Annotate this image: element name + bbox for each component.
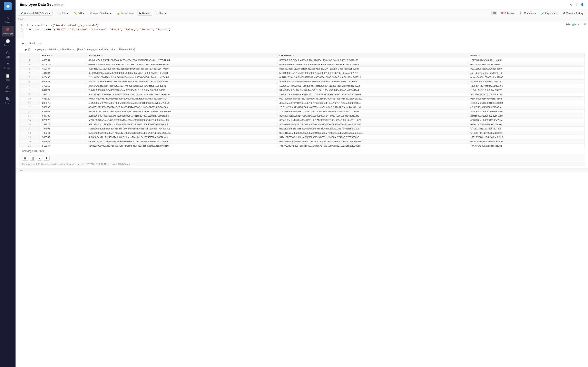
experiment-button[interactable]: 🧪 Experiment (539, 11, 560, 16)
col-header-firstname[interactable]: FirstName ⇅ (86, 53, 277, 58)
file-icon: 📄 (58, 12, 61, 15)
clusters-icon: ≡ (7, 62, 9, 67)
cmd-label-bottom: Cmd 2 (16, 168, 588, 173)
row-number: 6 (19, 80, 40, 84)
close-cell-icon[interactable]: ✕ (584, 23, 586, 26)
row-number: 14 (19, 114, 40, 118)
revision-history-button[interactable]: ↺ Revision history (561, 11, 586, 16)
data-icon: ⬡ (6, 50, 9, 55)
branch-selector[interactable]: ⎇ csne-2020-2-7-pub ▾ (18, 11, 52, 16)
workspace-icon: ▦ (6, 27, 9, 32)
table-cell: 95b64f529b6b67a971f33e34f8 (468, 97, 585, 101)
permissions-button[interactable]: 🔒 Permissions (114, 11, 136, 16)
table-cell: 968c01dac3ed02381baba450ad804bba8c8877ec… (277, 131, 468, 135)
line-number-3: 3 (17, 30, 22, 33)
notebook-title-text: Employee Data Set (20, 2, 53, 7)
notebook-title-area: Employee Data Set (Python) (20, 2, 64, 7)
table-cell: 580582 (40, 135, 86, 140)
sidebar-item-workspace[interactable]: ▦ Workspace (2, 26, 14, 36)
table-cell: 106358f20f556bc65e70749820e97f5d86c8d6c3… (277, 109, 468, 114)
col-header-empid[interactable]: EmpID ⇅ (40, 53, 86, 58)
table-cell: 403534 (40, 58, 86, 62)
sidebar-item-jobs[interactable]: 📋 Jobs (2, 72, 14, 83)
spark-table-info: hr: pyspark.sql.dataframe.DataFrame = [E… (34, 48, 135, 51)
table-cell: 08ad669021569e96822ee8d7b2ea3548f1405843… (86, 105, 277, 109)
table-cell: e0eecb037222a5a965d4711d51e1f32bbe9dcbd3… (86, 131, 277, 135)
clock-icon[interactable]: ⏱ (570, 3, 573, 6)
sidebar-item-recents[interactable]: 🕐 Recents (2, 37, 14, 48)
cell-toolbar: ▶▶ 📊▾ ⊻ − ✕ (566, 23, 586, 26)
col-header-lastname[interactable]: LastName ⇅ (277, 53, 468, 58)
table-cell: 794901 (40, 127, 86, 131)
minimize-icon[interactable]: − (581, 23, 582, 26)
branch-icon: ⎇ (20, 12, 23, 15)
chart-type-dropdown[interactable]: ▾ (37, 156, 42, 161)
row-number: 4 (19, 71, 40, 75)
table-cell: c4f5ee753ae01ce85adfee085e54d160feabfd7e… (86, 140, 277, 144)
bar-chart-button[interactable]: ▐ (30, 156, 35, 161)
table-cell: b353e85676b9c4c8488b2599f6a18edf644c9f82… (86, 118, 277, 122)
spark-jobs-row[interactable]: ▶ (1) Spark Jobs (19, 40, 585, 47)
row-number: 16 (19, 122, 40, 127)
comments-icon: 💬 (520, 12, 523, 15)
chart-icon[interactable]: 📊▾ (572, 23, 576, 26)
code-cell-1: ▶▶ 📊▾ ⊻ − ✕ 1 2 3 hr = spark.table("immu… (16, 21, 588, 38)
sidebar-item-home[interactable]: ⌂ Home (2, 14, 14, 25)
table-cell: 63f6605e37c9f6e0d4821c3c2bbbf2d8341430ab… (277, 58, 468, 62)
cell-code[interactable]: hr = spark.table("immuta.default_hr_reco… (24, 21, 588, 38)
table-row: 19580582defd45e8db7217d245302e0db8d521bc… (19, 135, 585, 140)
table-cell: 515944 (40, 144, 86, 148)
table-cell: 2a2dffb509b3f0b1f9c363ff926b8dad671bf5cf… (86, 88, 277, 92)
schedule-button[interactable]: 📅 Schedule (498, 11, 517, 16)
sidebar-item-clusters[interactable]: ≡ Clusters (2, 60, 14, 71)
row-number: 18 (19, 131, 40, 135)
row-number: 17 (19, 127, 40, 131)
grid-view-button[interactable]: ▦ (22, 156, 28, 161)
view-button[interactable]: 🖥 View: Standard ▸ (87, 11, 113, 16)
table-cell: 488863 (40, 109, 86, 114)
data-table-container[interactable]: EmpID ⇅ FirstName ⇅ LastName ⇅ Email ⇅ 1… (19, 53, 585, 148)
sidebar-item-data[interactable]: ⬡ Data (2, 49, 14, 60)
toolbar: ⎇ csne-2020-2-7-pub ▾ 📄 File ▸ ✏️ Edit ▸… (16, 9, 588, 17)
edit-button[interactable]: ✏️ Edit ▸ (71, 11, 86, 16)
table-cell: a0ab336f0964335e88a9ffec288c2a8a90574b1c… (86, 114, 277, 118)
table-cell: 8ca44da3cdba0b133059c2e56 (468, 109, 585, 114)
play-icon: ▶ (139, 12, 141, 15)
table-cell: 0b4ee6a9061370039dba52806 (468, 75, 585, 80)
row-number: 20 (19, 140, 40, 144)
clear-button[interactable]: ✕ Clear ▸ (153, 11, 169, 16)
header-row: EmpID ⇅ FirstName ⇅ LastName ⇅ Email ⇅ (19, 53, 585, 58)
comments-button[interactable]: 💬 Comments (518, 11, 538, 16)
file-button[interactable]: 📄 File ▸ (56, 11, 70, 16)
spark-jobs-arrow: ▶ (22, 42, 24, 45)
col-header-rownum (19, 53, 40, 58)
run-all-button[interactable]: ▶ Run All (137, 11, 152, 16)
table-cell: 2f2ed8d0dc898416ed2f13b7dd4b15ca149bd043… (86, 75, 277, 80)
row-number: 15 (19, 118, 40, 122)
branch-status-dot (24, 12, 26, 14)
keyboard-shortcut-button[interactable]: ⌨ (491, 11, 497, 15)
col-header-email[interactable]: Email ⇅ (468, 53, 585, 58)
table-cell: 0b73d9d0a63766584c5282a9cb46a61680273994… (277, 97, 468, 101)
table-row: 44313946ccb91788435c7dd9cd54948f62dc7fd8… (19, 71, 585, 75)
table-cell: 5e2cc7debf309cc1f422454031 (468, 80, 585, 84)
table-row: 56284952f2ed8d0dc898416ed2f13b7dd4b15ca1… (19, 75, 585, 80)
table-row: 7373115b7069f14a2c8d8c4c8e999f90e0777ff8… (19, 84, 585, 88)
collapse-icon[interactable]: ⊻ (578, 23, 580, 26)
table-cell: e565469a2ef674bfac3bc7480ba609096c3a3666… (86, 101, 277, 105)
table-cell: 51baf993a9d1c32af7bdb8c1ce242f1cf5be163a… (277, 88, 468, 92)
sidebar-item-models[interactable]: ◎ Models (2, 83, 14, 94)
table-row: 14687789a0ab336f0964335e88a9ffec288c2a8a… (19, 114, 585, 118)
table-cell: 0c7f102913ac98c93d32d9f20d2bc033031c13b8… (277, 75, 468, 80)
run-cell-icon[interactable]: ▶▶ (566, 23, 571, 26)
sidebar-item-search[interactable]: 🔍 Search (2, 95, 14, 106)
user-icon[interactable]: 👤 (581, 3, 584, 6)
cell-gutter: 1 2 3 (16, 21, 24, 38)
table-cell: c2bbf758d312535fb071065de (468, 105, 585, 109)
table-cell: 403311 (40, 131, 86, 135)
cell-area[interactable]: ▶▶ 📊▾ ⊻ − ✕ 1 2 3 hr = spark.table("immu… (16, 21, 588, 367)
table-row: 29159738a9bebad8f9c9cea80342bba915537801… (19, 62, 585, 67)
help-icon[interactable]: ? (576, 3, 577, 6)
table-cell: defd45e8db7217d245302e0db8d521bc1a7bac6e… (86, 135, 277, 140)
download-button[interactable]: ⬇ (44, 156, 50, 161)
